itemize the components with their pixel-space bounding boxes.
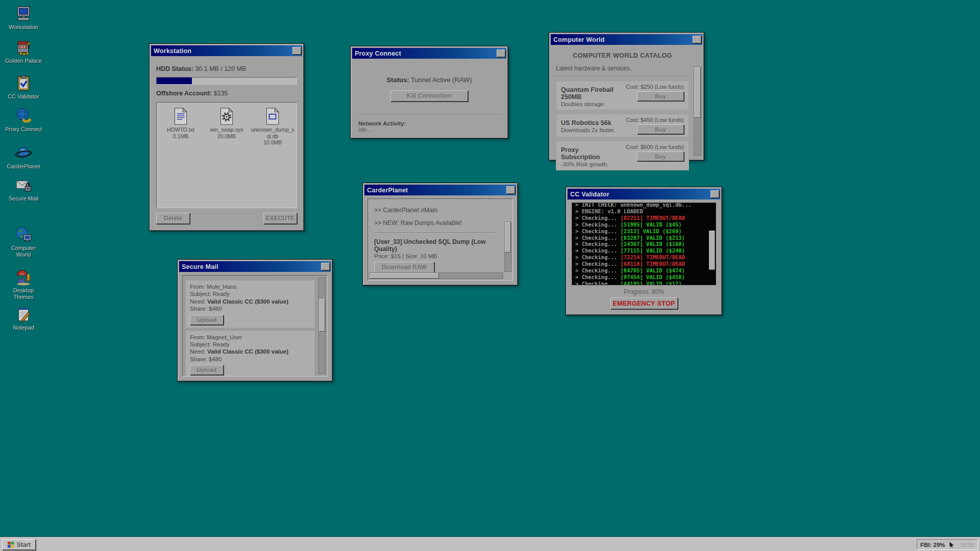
desktop-icon-proxy-connect[interactable]: Proxy Connect [4, 107, 43, 133]
network-activity-value: Idle... [358, 127, 500, 133]
notepad-pencil-icon [15, 306, 32, 323]
secure-mail-titlebar[interactable]: Secure Mail [179, 261, 331, 272]
taskbar: Start FBI: 29% 18:00 [0, 537, 980, 551]
start-button[interactable]: Start [2, 539, 36, 550]
close-button[interactable] [497, 49, 505, 57]
scrollbar-thumb[interactable] [694, 67, 701, 118]
offshore-account-label: Offshore Account: [156, 90, 212, 97]
terminal-line: > Checking... [83287] VALID ($213) [575, 235, 713, 241]
desktop-icon-computer-world[interactable]: Computer World [4, 226, 43, 258]
listing-meta: Price: $15 | Size: 10 MB [374, 253, 499, 259]
upload-button[interactable]: Upload [190, 365, 224, 375]
upload-button[interactable]: Upload [190, 315, 224, 325]
desktop-icon-label: CC Validator [8, 93, 39, 100]
forum-header: >> NEW: Raw Dumps Available! [374, 219, 499, 227]
mail-from: From: Mule_Hans [190, 283, 310, 290]
mail-share: Share: $480 [190, 305, 310, 312]
offshore-account-value: $135 [214, 90, 228, 97]
file-size: 10.0MB [251, 139, 295, 146]
download-raw-button[interactable]: Download RAW [374, 262, 434, 273]
forum-scrollbar-horizontal [369, 272, 503, 279]
item-cost: Cost: $250 (Low funds) [626, 84, 684, 90]
mail-subject: Subject: Ready [190, 341, 310, 348]
workstation-icon [15, 5, 32, 22]
delete-button[interactable]: Delete [156, 213, 190, 224]
execute-button[interactable]: EXECUTE [263, 213, 297, 224]
window-proxy-connect: Proxy Connect Status: Tunnel Active (RAW… [350, 46, 508, 139]
mail-need: Need: Valid Classic CC ($300 value) [190, 298, 310, 305]
close-button[interactable] [693, 36, 701, 43]
divider [358, 115, 500, 116]
forum-panel: >> CarderPlanet #Main >> NEW: Raw Dumps … [368, 198, 513, 281]
buy-button[interactable]: Buy [637, 91, 684, 101]
scrollbar-thumb[interactable] [505, 222, 511, 253]
window-computer-world: Computer World COMPUTER WORLD CATALOG La… [549, 32, 704, 161]
system-tray: FBI: 29% 18:00 [917, 539, 978, 550]
catalog-subheading: Latest hardware & services. [556, 65, 689, 72]
window-title: CarderPlanet [367, 187, 506, 194]
scrollbar-thumb[interactable] [370, 273, 439, 279]
scrollbar-thumb[interactable] [319, 299, 325, 332]
mail-list: From: Mule_Hans Subject: Ready Need: Val… [182, 275, 328, 377]
workstation-titlebar[interactable]: Workstation [151, 45, 302, 56]
desktop-icon-golden-palace[interactable]: Golden Palace [4, 39, 43, 64]
slot-machine-icon [15, 39, 32, 56]
file-unknown-dump[interactable]: unknown_dump_sql.db 10.0MB [251, 108, 295, 146]
item-name: Quantum Fireball 250MB [561, 86, 619, 101]
desktop-icon-label: CarderPlanet [7, 163, 40, 170]
kill-connection-button[interactable]: Kill Connection [390, 90, 468, 102]
close-button[interactable] [506, 186, 515, 194]
terminal-line: > Checking... [72214] TIMEOUT/DEAD [575, 254, 713, 261]
close-button[interactable] [321, 263, 330, 270]
terminal-line: > Checking... [51995] VALID ($45) [575, 221, 713, 228]
divider [556, 76, 689, 77]
window-title: Secure Mail [182, 263, 321, 270]
window-cc-validator: CC Validator > INIT CHECK: unknown_dump_… [566, 187, 722, 315]
window-workstation: Workstation HDD Status: 30.1 MB / 120 MB… [149, 43, 304, 231]
terminal-line: > ENGINE: v1.0 LOADED [575, 208, 713, 215]
desktop-icon-carderplanet[interactable]: CarderPlanet [4, 144, 43, 170]
file-name: win_swap.sys [210, 127, 243, 133]
catalog-item: US Robotics 56k Downloads 2x faster. Cos… [556, 114, 689, 137]
buy-button[interactable]: Buy [637, 152, 684, 161]
desktop-icon-notepad[interactable]: Notepad [4, 306, 43, 331]
windows-logo-icon [7, 541, 15, 548]
desktop-icon-label: Proxy Connect [5, 126, 42, 133]
close-button[interactable] [292, 47, 301, 55]
desktop-icon-label: Notepad [13, 324, 34, 331]
file-howto[interactable]: HOWTO.txt 0.1MB [159, 108, 203, 139]
validator-terminal: > INIT CHECK: unknown_dump_sql.db... > E… [572, 203, 716, 285]
hdd-progress-fill [157, 78, 192, 84]
cursor-icon [948, 541, 955, 548]
cc-validator-titlebar[interactable]: CC Validator [568, 189, 720, 199]
emergency-stop-button[interactable]: EMERGENCY STOP [610, 297, 678, 309]
window-title: Workstation [154, 47, 292, 55]
buy-button[interactable]: Buy [637, 124, 684, 134]
mail-item: From: Magnet_User Subject: Ready Need: V… [185, 331, 315, 377]
desktop-icon-workstation[interactable]: Workstation [4, 5, 43, 31]
mail-need: Need: Valid Classic CC ($300 value) [190, 348, 310, 355]
terminal-scrollbar-thumb[interactable] [709, 231, 715, 270]
clipboard-check-icon [15, 74, 32, 92]
desktop-icon-secure-mail[interactable]: Secure Mail [4, 177, 43, 202]
item-cost: Cost: $600 (Low funds) [626, 144, 684, 150]
file-win-swap[interactable]: win_swap.sys 20.0MB [205, 108, 249, 139]
window-title: CC Validator [570, 191, 710, 198]
listing-name: [Vendor_EU] GOLD Raw Logs (High Potentia… [374, 280, 499, 281]
item-name: Proxy Subscription [561, 146, 619, 161]
computer-world-titlebar[interactable]: Computer World [551, 34, 702, 45]
envelope-lock-icon [15, 177, 32, 194]
close-button[interactable] [710, 190, 719, 198]
desktop-icon-desktop-themes[interactable]: Desktop Themes [4, 268, 43, 300]
file-name: HOWTO.txt [167, 127, 194, 133]
desktop-icon-label: Secure Mail [9, 195, 38, 202]
beach-theme-icon [15, 268, 32, 286]
proxy-titlebar[interactable]: Proxy Connect [352, 48, 506, 59]
terminal-line: > Checking... [14367] VALID ($168) [575, 241, 713, 247]
start-label: Start [17, 541, 31, 548]
desktop-icon-cc-validator[interactable]: CC Validator [4, 74, 43, 100]
file-size: 20.0MB [210, 133, 243, 140]
desktop-icon-label: Computer World [4, 245, 43, 258]
carderplanet-titlebar[interactable]: CarderPlanet [364, 185, 516, 195]
file-name: unknown_dump_sql.db [251, 127, 295, 139]
